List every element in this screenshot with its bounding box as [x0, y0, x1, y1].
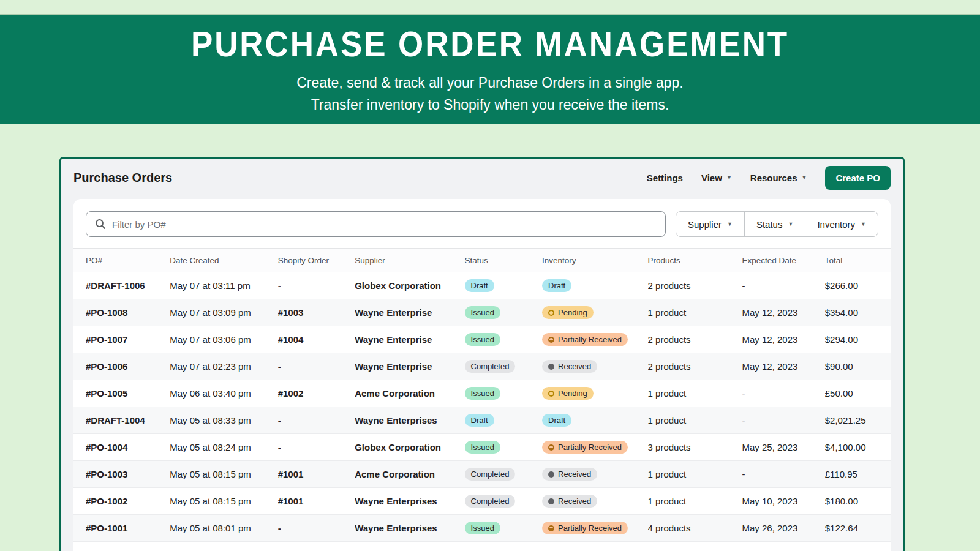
- partially-received-half-icon: [548, 444, 554, 451]
- column-header-total: Total: [825, 256, 878, 265]
- chevron-down-icon: ▼: [727, 221, 733, 227]
- hero-subtitle: Create, send & track all your Purchase O…: [296, 72, 684, 116]
- cell-date: May 05 at 08:24 pm: [170, 442, 277, 452]
- status-badge: Issued: [465, 441, 500, 454]
- cell-expected: May 12, 2023: [742, 307, 824, 318]
- cell-shopify-order: -: [278, 523, 355, 533]
- status-badge-label: Draft: [471, 416, 488, 425]
- search-input[interactable]: [112, 219, 657, 230]
- cell-inventory: Received: [542, 495, 648, 508]
- cell-status: Completed: [465, 360, 542, 373]
- cell-shopify-order: -: [278, 442, 355, 452]
- cell-shopify-order: #1003: [278, 307, 355, 318]
- cell-total: $4,100.00: [825, 442, 878, 452]
- cell-date: May 07 at 03:11 pm: [170, 280, 277, 291]
- inventory-filter-label: Inventory: [817, 219, 855, 230]
- search-box[interactable]: [86, 211, 666, 237]
- cell-supplier: Globex Corporation: [355, 280, 464, 291]
- cell-status: Issued: [465, 333, 542, 346]
- status-badge: Issued: [465, 306, 500, 319]
- table-row[interactable]: #PO-1005May 06 at 03:40 pm#1002Acme Corp…: [74, 380, 891, 407]
- cell-status: Completed: [465, 468, 542, 481]
- cell-date: May 06 at 03:40 pm: [170, 388, 277, 399]
- status-badge: Completed: [465, 360, 516, 373]
- table-row[interactable]: #DRAFT-1004May 05 at 08:33 pm-Wayne Ente…: [74, 407, 891, 434]
- received-dot-icon: [548, 364, 554, 370]
- cell-supplier: Wayne Enterprises: [355, 523, 464, 533]
- table-body: #DRAFT-1006May 07 at 03:11 pm-Globex Cor…: [74, 272, 891, 542]
- cell-status: Completed: [465, 495, 542, 508]
- page-top-strip: [0, 0, 980, 15]
- cell-po: #PO-1007: [86, 334, 170, 345]
- cell-date: May 05 at 08:15 pm: [170, 469, 277, 479]
- cell-products: 4 products: [648, 523, 742, 533]
- create-po-button[interactable]: Create PO: [825, 166, 891, 190]
- status-badge: Issued: [465, 387, 500, 400]
- supplier-filter-dropdown[interactable]: Supplier ▼: [676, 211, 745, 237]
- received-dot-icon: [548, 471, 554, 478]
- status-badge: Draft: [465, 414, 494, 427]
- cell-po: #PO-1005: [86, 388, 170, 399]
- hero-title: PURCHASE ORDER MANAGEMENT: [191, 24, 789, 64]
- inventory-badge-label: Received: [558, 362, 591, 371]
- partially-received-half-icon: [548, 525, 554, 531]
- cell-expected: May 10, 2023: [742, 496, 824, 506]
- cell-expected: May 25, 2023: [742, 442, 824, 452]
- cell-status: Issued: [465, 522, 542, 534]
- inventory-filter-dropdown[interactable]: Inventory ▼: [805, 211, 878, 237]
- table-row[interactable]: #PO-1004May 05 at 08:24 pm-Globex Corpor…: [74, 434, 891, 461]
- settings-link[interactable]: Settings: [647, 173, 683, 183]
- inventory-badge: Pending: [542, 387, 594, 400]
- status-filter-label: Status: [756, 219, 783, 230]
- table-row[interactable]: #PO-1008May 07 at 03:09 pm#1003Wayne Ent…: [74, 299, 891, 326]
- status-badge: Completed: [465, 468, 516, 481]
- cell-date: May 05 at 08:01 pm: [170, 523, 277, 533]
- purchase-orders-card: Purchase Orders Settings View ▼ Resource…: [59, 157, 905, 551]
- cell-total: $294.00: [825, 334, 878, 345]
- table-row[interactable]: #PO-1007May 07 at 03:06 pm#1004Wayne Ent…: [74, 326, 891, 353]
- cell-supplier: Wayne Enterprises: [355, 415, 464, 425]
- cell-expected: May 12, 2023: [742, 334, 824, 345]
- chevron-down-icon: ▼: [861, 221, 866, 227]
- table-row[interactable]: #DRAFT-1006May 07 at 03:11 pm-Globex Cor…: [74, 272, 891, 299]
- column-header-date-created: Date Created: [170, 256, 277, 265]
- inventory-badge: Draft: [542, 414, 571, 427]
- filter-bar: Supplier ▼ Status ▼ Inventory ▼: [74, 199, 891, 248]
- cell-expected: May 12, 2023: [742, 361, 824, 372]
- inventory-badge-label: Draft: [548, 281, 565, 290]
- table-row[interactable]: #PO-1006May 07 at 02:23 pm-Wayne Enterpr…: [74, 353, 891, 380]
- status-filter-dropdown[interactable]: Status ▼: [744, 211, 805, 237]
- cell-supplier: Wayne Enterprise: [355, 334, 464, 345]
- hero-subtitle-line1: Create, send & track all your Purchase O…: [296, 72, 684, 94]
- cell-status: Issued: [465, 441, 542, 454]
- column-header-status: Status: [465, 256, 542, 265]
- table-row[interactable]: #PO-1002May 05 at 08:15 pm#1001Wayne Ent…: [74, 488, 891, 515]
- cell-supplier: Globex Corporation: [355, 442, 464, 452]
- cell-products: 1 product: [648, 496, 742, 506]
- filter-dropdown-group: Supplier ▼ Status ▼ Inventory ▼: [676, 211, 878, 237]
- hero-subtitle-line2: Transfer inventory to Shopify when you r…: [296, 94, 684, 116]
- table-row[interactable]: #PO-1003May 05 at 08:15 pm#1001Acme Corp…: [74, 461, 891, 488]
- cell-inventory: Received: [542, 360, 648, 373]
- cell-shopify-order: #1004: [278, 334, 355, 345]
- hero-banner: PURCHASE ORDER MANAGEMENT Create, send &…: [0, 15, 980, 124]
- cell-inventory: Partially Received: [542, 333, 648, 346]
- cell-expected: -: [742, 415, 824, 425]
- received-dot-icon: [548, 498, 554, 504]
- page-title: Purchase Orders: [74, 171, 172, 185]
- cell-shopify-order: -: [278, 415, 355, 425]
- view-dropdown[interactable]: View ▼: [701, 173, 732, 183]
- inventory-badge: Pending: [542, 306, 594, 319]
- cell-products: 2 products: [648, 334, 742, 345]
- column-header-supplier: Supplier: [355, 256, 464, 265]
- cell-shopify-order: #1002: [278, 388, 355, 399]
- cell-date: May 07 at 03:06 pm: [170, 334, 277, 345]
- table-row[interactable]: #PO-1001May 05 at 08:01 pm-Wayne Enterpr…: [74, 515, 891, 542]
- status-badge-label: Issued: [471, 523, 494, 533]
- resources-dropdown[interactable]: Resources ▼: [750, 173, 807, 183]
- column-header-inventory: Inventory: [542, 256, 648, 265]
- cell-status: Draft: [465, 414, 542, 427]
- cell-supplier: Wayne Enterprises: [355, 496, 464, 506]
- cell-supplier: Acme Corporation: [355, 469, 464, 479]
- cell-products: 1 product: [648, 415, 742, 425]
